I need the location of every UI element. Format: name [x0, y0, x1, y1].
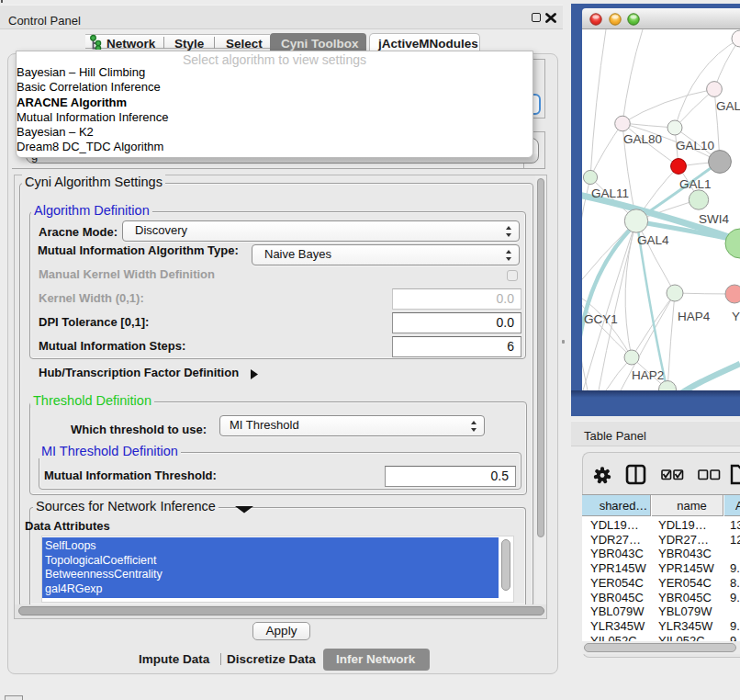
svg-text:HAP2: HAP2 [632, 368, 664, 382]
svg-text:Y: Y [732, 310, 740, 323]
svg-text:SWI4: SWI4 [699, 212, 729, 226]
svg-text:GAL10: GAL10 [676, 139, 714, 152]
svg-text:GAL: GAL [716, 99, 740, 113]
svg-text:HAP4: HAP4 [678, 310, 711, 323]
svg-text:GAL11: GAL11 [591, 186, 629, 200]
svg-text:GAL4: GAL4 [637, 233, 669, 247]
svg-text:GAL80: GAL80 [623, 132, 662, 146]
svg-text:GCY1: GCY1 [584, 312, 618, 326]
svg-text:GAL1: GAL1 [679, 177, 712, 191]
